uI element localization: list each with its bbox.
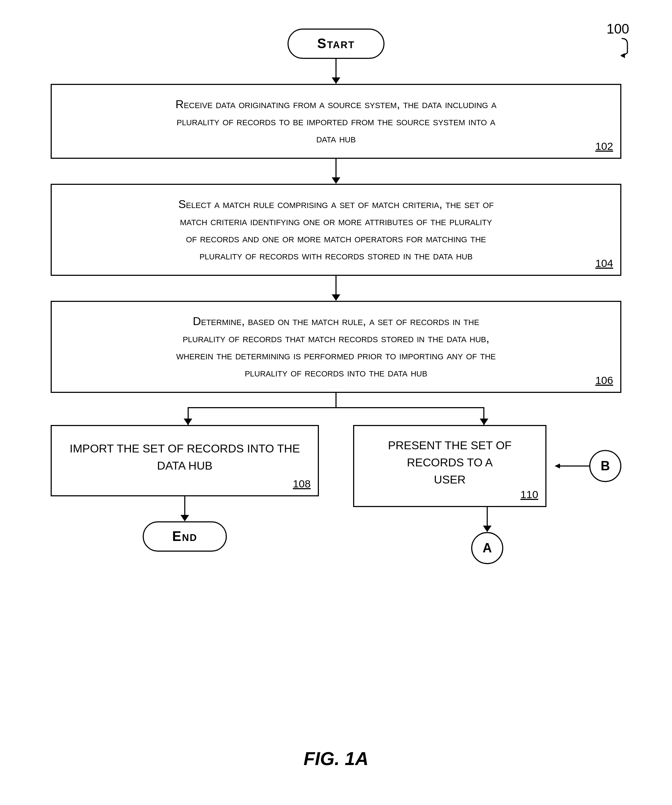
start-terminal: Start <box>287 28 384 59</box>
connector-b: B <box>589 450 621 482</box>
end-node: End <box>143 521 227 552</box>
step-104-box: Select a match rule comprising a set of … <box>51 184 621 276</box>
page: 100 Start Receive data originating from … <box>0 0 672 805</box>
arrow-right-head <box>480 419 488 425</box>
branch-boxes: Import the set of records into thedata h… <box>51 425 621 564</box>
flowchart: Start Receive data originating from a so… <box>51 28 621 564</box>
step-102-text: Receive data originating from a source s… <box>175 98 497 145</box>
step-108-ref: 108 <box>293 476 311 492</box>
connector-a-container: A <box>424 532 550 564</box>
step-104-text: Select a match rule comprising a set of … <box>178 198 494 262</box>
connector-a-label: A <box>483 540 492 555</box>
b-connector-group: B <box>554 450 621 482</box>
step-108-box: Import the set of records into thedata h… <box>51 425 319 496</box>
arrow-104-to-106 <box>51 276 621 301</box>
step-108-text: Import the set of records into thedata h… <box>70 440 300 474</box>
arrow-110-to-a <box>424 507 550 532</box>
split-horizontal <box>188 407 484 408</box>
step-110-with-b: Present the set of records to auser 110 … <box>353 425 621 507</box>
arrow-108-to-end <box>51 496 319 521</box>
step-102-box: Receive data originating from a source s… <box>51 84 621 159</box>
connector-b-label: B <box>601 458 610 473</box>
step-110-ref: 110 <box>520 486 538 503</box>
step-106-box: Determine, based on the match rule, a se… <box>51 301 621 393</box>
figure-caption: FIG. 1A <box>303 748 369 769</box>
start-label: Start <box>317 36 354 51</box>
step-110-text: Present the set of records to auser <box>365 437 535 488</box>
arrow-left-head <box>184 419 192 425</box>
start-node: Start <box>51 28 621 59</box>
branch-split <box>51 393 621 425</box>
arrow-start-to-102 <box>51 59 621 84</box>
step-106-ref: 106 <box>595 372 613 388</box>
split-vertical <box>336 393 337 407</box>
left-branch: Import the set of records into thedata h… <box>51 425 319 564</box>
right-branch: Present the set of records to auser 110 … <box>353 425 621 564</box>
arrow-102-to-104 <box>51 159 621 184</box>
step-102-ref: 102 <box>595 138 613 154</box>
step-104-ref: 104 <box>595 255 613 271</box>
end-terminal: End <box>143 521 227 552</box>
end-label: End <box>172 529 197 544</box>
step-106-text: Determine, based on the match rule, a se… <box>176 315 496 379</box>
step-110-box: Present the set of records to auser 110 <box>353 425 546 507</box>
svg-marker-2 <box>555 463 560 468</box>
b-arrow <box>554 461 589 472</box>
connector-a: A <box>471 532 503 564</box>
